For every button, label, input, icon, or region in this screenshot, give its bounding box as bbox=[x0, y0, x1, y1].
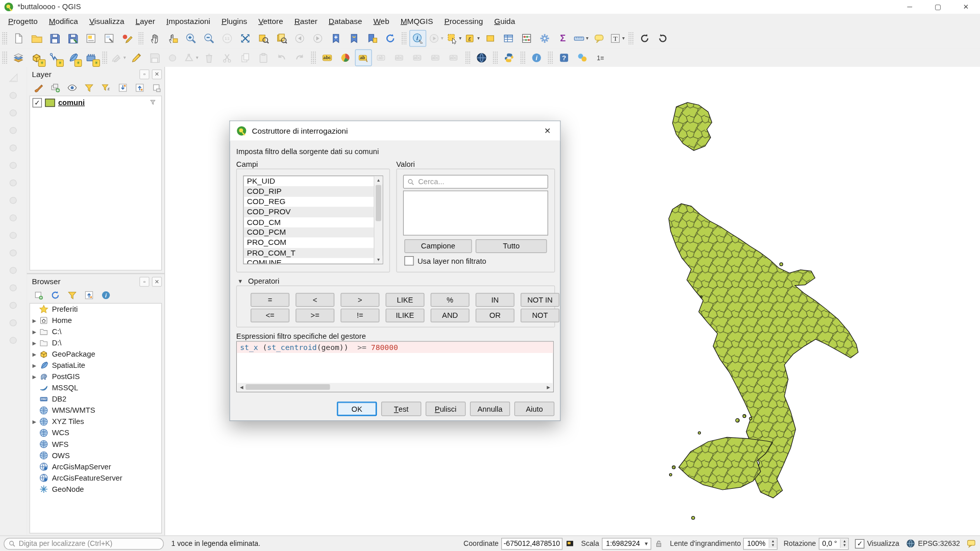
select-by-expression-button[interactable]: ε▾ bbox=[464, 30, 481, 46]
sample-button[interactable]: Campione bbox=[404, 239, 472, 253]
clear-button[interactable]: Pulisci bbox=[426, 402, 465, 416]
text-annotation-button[interactable]: T▾ bbox=[609, 30, 626, 46]
layout-order-button[interactable]: 1≡ bbox=[592, 49, 609, 66]
refresh-map-button[interactable] bbox=[382, 30, 399, 46]
rotate-feature-button[interactable] bbox=[5, 104, 22, 121]
menu-database[interactable]: Database bbox=[323, 15, 368, 27]
browser-item-spatialite[interactable]: ▶SpatiaLite bbox=[30, 360, 161, 371]
operator-button[interactable]: NOT bbox=[521, 309, 559, 322]
fields-list[interactable]: PK_UIDCOD_RIPCOD_REGCOD_PROVCOD_CMCOD_PC… bbox=[243, 176, 383, 264]
collapse-arrow-icon[interactable]: ▼ bbox=[237, 278, 243, 284]
open-attribute-table-button[interactable] bbox=[500, 30, 517, 46]
zoom-to-selection-button[interactable] bbox=[255, 30, 272, 46]
move-feature-button[interactable] bbox=[5, 87, 22, 104]
browser-item-wfs[interactable]: WFS bbox=[30, 439, 161, 450]
help-contents-button[interactable]: ? bbox=[556, 49, 573, 66]
delete-part-button[interactable] bbox=[5, 209, 22, 226]
zoom-out-button[interactable] bbox=[201, 30, 217, 46]
processing-toolbox-button[interactable] bbox=[536, 30, 553, 46]
values-list[interactable] bbox=[403, 190, 548, 235]
scroll-down-icon[interactable]: ▼ bbox=[374, 256, 382, 264]
scale-combo[interactable]: 1:6982924▼ bbox=[602, 538, 651, 549]
magnifier-spinbox[interactable]: 100%▲▼ bbox=[743, 538, 777, 549]
browser-item-d-[interactable]: ▶D:\ bbox=[30, 337, 161, 348]
show-spatial-bookmarks-button[interactable] bbox=[346, 30, 362, 46]
browser-item-geonode[interactable]: GeoNode bbox=[30, 484, 161, 495]
layer-labeling-button[interactable]: abc bbox=[318, 49, 335, 66]
browser-item-preferiti[interactable]: Preferiti bbox=[30, 304, 161, 315]
delete-selected-button[interactable] bbox=[201, 49, 217, 66]
browser-item-postgis[interactable]: ▶PostGIS bbox=[30, 371, 161, 382]
zoom-next-button[interactable] bbox=[309, 30, 326, 46]
field-item[interactable]: COD_CM bbox=[244, 217, 374, 228]
menu-raster[interactable]: Raster bbox=[289, 15, 323, 27]
operator-button[interactable]: NOT IN bbox=[521, 293, 559, 307]
layer-item-comuni[interactable]: ✓ comuni bbox=[30, 96, 161, 109]
close-panel-icon[interactable]: ✕ bbox=[152, 277, 162, 287]
plugin-manager-button[interactable] bbox=[574, 49, 591, 66]
menu-guida[interactable]: Guida bbox=[488, 15, 521, 27]
spin-up-icon[interactable]: ▲ bbox=[841, 539, 848, 544]
delete-ring-button[interactable] bbox=[5, 192, 22, 209]
operator-button[interactable]: = bbox=[251, 293, 289, 307]
menu-modifica[interactable]: Modifica bbox=[43, 15, 84, 27]
new-spatial-bookmark-button[interactable] bbox=[328, 30, 345, 46]
collapse-all-button[interactable] bbox=[133, 81, 146, 94]
run-feature-action-button[interactable]: ▾ bbox=[428, 30, 445, 46]
new-project-button[interactable] bbox=[10, 30, 27, 46]
chevron-down-icon[interactable]: ▾ bbox=[459, 35, 461, 41]
add-part-button[interactable] bbox=[5, 157, 22, 173]
expander-icon[interactable]: ▶ bbox=[30, 374, 39, 380]
browser-item-c-[interactable]: ▶C:\ bbox=[30, 326, 161, 337]
identify-features-button[interactable]: i bbox=[409, 30, 426, 46]
new-print-layout-button[interactable] bbox=[83, 30, 100, 46]
spin-down-icon[interactable]: ▼ bbox=[769, 543, 777, 548]
field-item[interactable]: PRO_COM bbox=[244, 238, 374, 248]
chevron-down-icon[interactable]: ▾ bbox=[196, 55, 199, 60]
save-layer-edits-button[interactable] bbox=[146, 49, 163, 66]
operator-button[interactable]: LIKE bbox=[386, 293, 425, 307]
operator-button[interactable]: IN bbox=[476, 293, 514, 307]
osm-info-button[interactable]: i bbox=[528, 49, 545, 66]
paste-features-button[interactable] bbox=[255, 49, 272, 66]
operator-button[interactable]: > bbox=[340, 293, 379, 307]
filter-legend-button[interactable] bbox=[82, 81, 95, 94]
lock-scale-icon[interactable] bbox=[654, 539, 664, 549]
zoom-to-layer-button[interactable] bbox=[273, 30, 290, 46]
field-item[interactable]: COMUNE bbox=[244, 258, 374, 264]
fields-scrollbar[interactable]: ▲ ▼ bbox=[374, 176, 382, 263]
map-themes-button[interactable] bbox=[65, 81, 79, 94]
vertex-tool-button[interactable]: ▾ bbox=[183, 49, 200, 66]
operator-button[interactable]: % bbox=[431, 293, 470, 307]
cad-dock-button[interactable] bbox=[5, 69, 22, 86]
help-button[interactable]: Aiuto bbox=[514, 402, 554, 416]
style-manager-button[interactable] bbox=[119, 30, 136, 46]
field-item[interactable]: COD_RIP bbox=[244, 186, 374, 196]
menu-impostazioni[interactable]: Impostazioni bbox=[161, 15, 216, 27]
close-panel-icon[interactable]: ✕ bbox=[152, 69, 162, 80]
properties-widget-button[interactable]: i bbox=[99, 288, 112, 302]
reshape-features-button[interactable] bbox=[5, 227, 22, 243]
use-unfiltered-layer-checkbox[interactable] bbox=[404, 256, 413, 265]
cancel-button[interactable]: Annulla bbox=[470, 402, 510, 416]
float-panel-icon[interactable]: ▫ bbox=[139, 277, 150, 287]
pan-to-selection-button[interactable] bbox=[164, 30, 181, 46]
browser-item-db2[interactable]: DB2DB2 bbox=[30, 393, 161, 405]
operator-button[interactable]: != bbox=[340, 309, 379, 322]
zoom-full-button[interactable] bbox=[237, 30, 254, 46]
chevron-down-icon[interactable]: ▾ bbox=[586, 35, 589, 41]
trim-extend-button[interactable] bbox=[5, 332, 22, 348]
browser-item-geopackage[interactable]: ▶GeoPackage bbox=[30, 348, 161, 360]
operator-button[interactable]: <= bbox=[251, 309, 289, 322]
field-item[interactable]: COD_PROV bbox=[244, 207, 374, 217]
field-item[interactable]: PRO_COM_T bbox=[244, 248, 374, 258]
field-calculator-button[interactable] bbox=[518, 30, 535, 46]
browser-item-wcs[interactable]: WCS bbox=[30, 428, 161, 439]
pin-labels-button[interactable]: abc bbox=[391, 49, 408, 66]
menu-vettore[interactable]: Vettore bbox=[253, 15, 289, 27]
menu-plugins[interactable]: Plugins bbox=[216, 15, 253, 27]
zoom-native-button[interactable]: 1:1 bbox=[219, 30, 236, 46]
measure-button[interactable]: ▾ bbox=[573, 30, 590, 46]
menu-processing[interactable]: Processing bbox=[438, 15, 488, 27]
layout-manager-button[interactable] bbox=[101, 30, 117, 46]
